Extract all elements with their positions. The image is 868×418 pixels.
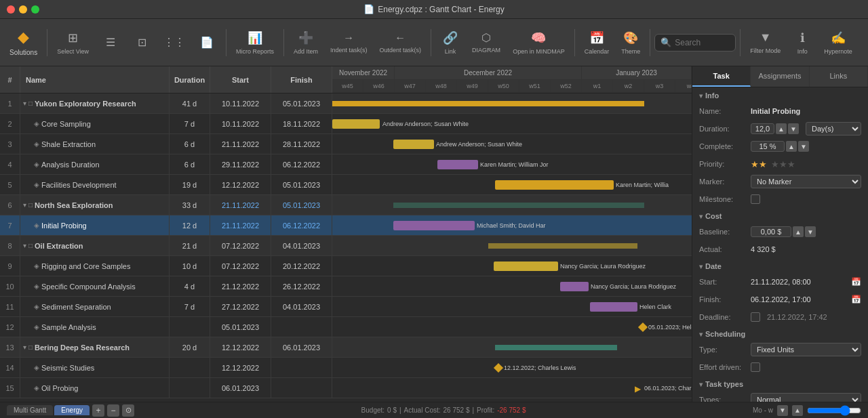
solutions-button[interactable]: ◆ Solutions	[4, 21, 43, 64]
remove-tab-button[interactable]: −	[107, 404, 119, 417]
table-row[interactable]: 9 ◈ Rigging and Core Samples 10 d 07.12.…	[0, 256, 692, 276]
table-row[interactable]: 13 ▾ □ Bering Deep Sea Research 20 d 12.…	[0, 337, 692, 358]
finish-calendar-icon[interactable]: 📅	[851, 295, 861, 304]
table-row[interactable]: 15 ◈ Oil Probing 06.01.2023 ▶ 06.01.2023…	[0, 378, 692, 398]
gantt-body[interactable]: 1 ▾ □ Yukon Exploratory Research 41 d 10…	[0, 93, 692, 402]
search-input[interactable]	[675, 38, 729, 47]
link-button[interactable]: 🔗 Link	[435, 21, 465, 64]
expand-icon2[interactable]: □	[28, 343, 33, 351]
expand-icon2[interactable]: □	[28, 242, 33, 249]
right-panel: Task Assignments Links ▾ Info Name: Init…	[692, 66, 868, 402]
cell-dur: 19 d	[170, 175, 210, 194]
baseline-up-btn[interactable]: ▲	[793, 226, 804, 237]
milestone-checkbox[interactable]	[751, 194, 760, 204]
panel-start-value: 21.11.2022, 08:00	[751, 278, 847, 286]
duration-down-btn[interactable]: ▼	[788, 123, 799, 134]
add-tab-button[interactable]: +	[92, 404, 104, 417]
minimize-button[interactable]	[19, 5, 27, 14]
collapse-date-icon[interactable]: ▾	[699, 263, 703, 270]
search-box[interactable]: 🔍	[654, 34, 736, 51]
expand-icon[interactable]: ▾	[23, 343, 26, 351]
micro-reports-button[interactable]: 📊 Micro Reports	[231, 21, 279, 64]
duration-input[interactable]	[751, 123, 774, 134]
toolbar: ◆ Solutions ⊞ Select View ☰ ⊡ ⋮⋮ 📄 📊 Mic…	[0, 19, 868, 66]
table-row[interactable]: 14 ◈ Seismic Studies 12.12.2022 12.12.20…	[0, 358, 692, 378]
cell-finish: 05.01.2023	[271, 93, 332, 113]
hypernote-button[interactable]: ✍ Hypernote	[818, 21, 858, 64]
duration-stepper: ▲ ▼	[751, 123, 799, 134]
duration-up-btn[interactable]: ▲	[776, 123, 787, 134]
collapse-info-icon[interactable]: ▾	[699, 92, 703, 100]
view-split-button[interactable]: ⋮⋮	[158, 21, 191, 64]
table-row[interactable]: 8 ▾ □ Oil Extraction 21 d 07.12.2022 04.…	[0, 236, 692, 256]
add-item-button[interactable]: ➕ Add Item	[288, 21, 323, 64]
filter-label: Filter Mode	[750, 47, 781, 54]
complete-input[interactable]	[751, 141, 785, 152]
cell-row-num: 14	[0, 358, 20, 377]
table-row[interactable]: 10 ◈ Specific Compound Analysis 4 d 21.1…	[0, 276, 692, 297]
expand-icon[interactable]: ▾	[23, 100, 26, 107]
cell-row-name: ▾ □ North Sea Exploration	[20, 195, 170, 215]
table-row[interactable]: 6 ▾ □ North Sea Exploration 33 d 21.11.2…	[0, 195, 692, 215]
outdent-label: Outdent task(s)	[380, 47, 422, 54]
table-row[interactable]: 12 ◈ Sample Analysis 05.01.2023 05.01.20…	[0, 317, 692, 337]
budget-value: 0 $	[387, 406, 397, 414]
table-row[interactable]: 2 ◈ Core Sampling 7 d 10.11.2022 18.11.2…	[0, 114, 692, 134]
table-row[interactable]: 7 ◈ Initial Probing 12 d 21.11.2022 06.1…	[0, 215, 692, 236]
diagram-button[interactable]: ⬡ DIAGRAM	[467, 21, 506, 64]
zoom-slider[interactable]	[807, 405, 861, 416]
tab-task[interactable]: Task	[692, 66, 751, 87]
collapse-task-types-icon[interactable]: ▾	[699, 381, 703, 388]
cell-row-name: ◈ Facilities Development	[20, 175, 170, 194]
complete-down-btn[interactable]: ▼	[798, 141, 809, 152]
info-button[interactable]: ℹ Info	[787, 21, 817, 64]
marker-select[interactable]: No Marker	[751, 175, 861, 188]
filter-button[interactable]: ▼ Filter Mode	[745, 21, 786, 64]
start-calendar-icon[interactable]: 📅	[851, 277, 861, 287]
doc-icon2: 📄	[200, 36, 214, 49]
col-start-header: Start	[210, 66, 271, 93]
maximize-button[interactable]	[31, 5, 39, 14]
tab-links[interactable]: Links	[810, 66, 868, 87]
indent-button[interactable]: → Indent task(s)	[325, 21, 373, 64]
baseline-down-btn[interactable]: ▼	[805, 226, 816, 237]
duration-unit-select[interactable]: Day(s)	[806, 122, 861, 135]
fit-button[interactable]: ⊙	[122, 404, 134, 417]
cell-dur: 10 d	[170, 256, 210, 276]
expand-icon2[interactable]: □	[28, 201, 33, 209]
tab-assignments[interactable]: Assignments	[751, 66, 809, 87]
theme-button[interactable]: 🎨 Theme	[616, 21, 646, 64]
task-icon: ◈	[34, 283, 39, 290]
calendar-button[interactable]: 📅 Calendar	[579, 21, 615, 64]
doc-button[interactable]: 📄	[192, 21, 222, 64]
view-grid-button[interactable]: ⊡	[127, 21, 157, 64]
collapse-cost-icon[interactable]: ▾	[699, 213, 703, 220]
table-row[interactable]: 5 ◈ Facilities Development 19 d 12.12.20…	[0, 175, 692, 195]
table-row[interactable]: 3 ◈ Shale Extraction 6 d 21.11.2022 28.1…	[0, 134, 692, 154]
expand-icon2[interactable]: □	[28, 100, 33, 107]
zoom-up-button[interactable]: ▲	[792, 405, 803, 416]
task-types-select[interactable]: Normal	[751, 393, 861, 402]
view-list-button[interactable]: ☰	[96, 21, 125, 64]
select-view-button[interactable]: ⊞ Select View	[52, 21, 94, 64]
cell-chart: Andrew Anderson; Susan White	[332, 134, 692, 154]
table-row[interactable]: 1 ▾ □ Yukon Exploratory Research 41 d 10…	[0, 93, 692, 114]
close-button[interactable]	[7, 5, 15, 14]
table-row[interactable]: 11 ◈ Sediment Separation 7 d 27.12.2022 …	[0, 297, 692, 317]
scheduling-type-select[interactable]: Fixed Units	[751, 343, 861, 356]
zoom-down-button[interactable]: ▼	[777, 405, 788, 416]
tab-energy[interactable]: Energy	[54, 405, 90, 415]
mindmap-button[interactable]: 🧠 Open in MINDMAP	[507, 21, 570, 64]
complete-up-btn[interactable]: ▲	[786, 141, 797, 152]
baseline-input[interactable]	[751, 226, 791, 237]
expand-icon[interactable]: ▾	[23, 201, 26, 209]
outdent-button[interactable]: ← Outdent task(s)	[374, 21, 427, 64]
table-row[interactable]: 4 ◈ Analysis Duration 6 d 29.11.2022 06.…	[0, 154, 692, 175]
tab-multi-gantt[interactable]: Multi Gantt	[7, 405, 53, 415]
expand-icon[interactable]: ▾	[23, 242, 26, 249]
cell-dur: 20 d	[170, 337, 210, 357]
hypernote-label: Hypernote	[824, 48, 852, 55]
collapse-scheduling-icon[interactable]: ▾	[699, 331, 703, 338]
effort-checkbox[interactable]	[751, 362, 760, 372]
deadline-checkbox[interactable]	[751, 312, 760, 322]
